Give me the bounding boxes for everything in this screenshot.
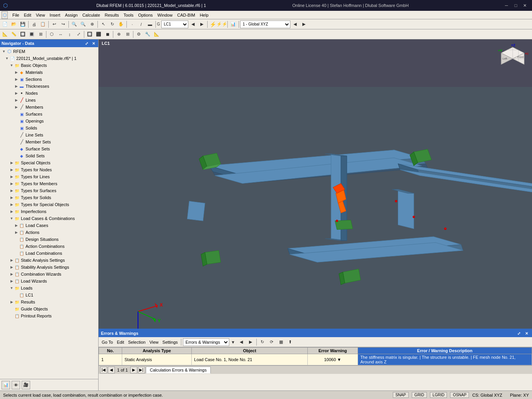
prev-view[interactable]: ◀ xyxy=(291,20,299,29)
error-refresh-btn[interactable]: ↻ xyxy=(258,338,267,346)
error-float-btn[interactable]: ⤢ xyxy=(516,330,522,336)
menu-item-tools[interactable]: Tools xyxy=(121,12,136,18)
tree-stability-analysis[interactable]: ▶ 📋 Stability Analysis Settings xyxy=(0,264,98,271)
tab-nav-prev[interactable]: ◀ xyxy=(108,367,115,373)
edit-label[interactable]: Edit xyxy=(115,339,126,345)
error-next-btn[interactable]: ▶ xyxy=(246,338,255,346)
extra-btn-3[interactable]: 📐 xyxy=(152,30,161,39)
select-button[interactable]: ↖ xyxy=(99,20,107,29)
print-preview[interactable]: 📋 xyxy=(39,20,47,29)
menu-item-insert[interactable]: Insert xyxy=(47,12,63,18)
tree-actions[interactable]: ▶ 📋 Actions xyxy=(0,229,98,236)
grid-button[interactable]: GRID xyxy=(412,392,427,398)
tree-openings[interactable]: ▣ Openings xyxy=(0,118,98,124)
tree-member-sets[interactable]: ╱ Member Sets xyxy=(0,138,98,145)
new-button[interactable]: 📄 xyxy=(1,20,9,29)
toggle-icon[interactable]: ▼ xyxy=(9,63,14,68)
menu-item-options[interactable]: Options xyxy=(136,12,155,18)
node-tool[interactable]: · xyxy=(128,20,136,29)
menu-item-assign[interactable]: Assign xyxy=(63,12,80,18)
nav-close-button[interactable]: ✕ xyxy=(90,40,97,46)
error-export-btn[interactable]: ⬆ xyxy=(286,338,295,346)
display-btn-5[interactable]: ⊞ xyxy=(36,30,45,39)
menu-item-calculate[interactable]: Calculate xyxy=(80,12,102,18)
tree-action-combinations[interactable]: 📋 Action Combinations xyxy=(0,243,98,250)
menu-item-edit[interactable]: Edit xyxy=(22,12,34,18)
grid-btn[interactable]: ⊞ xyxy=(123,30,132,39)
undo-button[interactable]: ↩ xyxy=(50,20,58,29)
extra-btn-2[interactable]: 🔧 xyxy=(143,30,152,39)
tree-types-surfaces[interactable]: ▶ 📁 Types for Surfaces xyxy=(0,187,98,194)
lgrid-button[interactable]: LGRID xyxy=(430,392,447,398)
toggle-icon[interactable]: ▶ xyxy=(9,209,14,214)
maximize-button[interactable]: □ xyxy=(512,2,520,9)
error-type-combo[interactable]: Errors & Warnings xyxy=(183,338,229,346)
toggle-icon[interactable]: ▶ xyxy=(9,300,14,304)
toggle-icon[interactable]: ▶ xyxy=(14,98,19,102)
toggle-icon[interactable]: ▼ xyxy=(5,56,9,61)
tree-load-cases[interactable]: ▶ 📋 Load Cases xyxy=(0,222,98,229)
view-btn-2[interactable]: ↔ xyxy=(56,30,65,39)
toggle-icon[interactable]: ▼ xyxy=(9,286,14,290)
menu-item-view[interactable]: View xyxy=(34,12,48,18)
view-btn-3[interactable]: ↕ xyxy=(65,30,74,39)
nav-display-btn[interactable]: 👁 xyxy=(12,381,20,389)
tree-surfaces[interactable]: ▣ Surfaces xyxy=(0,111,98,118)
menu-item-help[interactable]: Help xyxy=(198,12,211,18)
line-tool[interactable]: / xyxy=(137,20,145,29)
toggle-icon[interactable]: ▶ xyxy=(14,84,19,89)
osnap-button[interactable]: OSNAP xyxy=(450,392,469,398)
cube-navigator[interactable]: +X +Y +Z Front Left xyxy=(497,43,528,74)
render-btn-3[interactable]: ◼ xyxy=(103,30,112,39)
tree-load-combinations[interactable]: 📋 Load Combinations xyxy=(0,250,98,257)
calculate-all[interactable]: ⚡⚡ xyxy=(218,20,226,29)
tree-root-rfem[interactable]: ▼ ⬡ RFEM xyxy=(0,48,98,55)
toggle-icon[interactable]: ▶ xyxy=(14,223,19,228)
tree-sections[interactable]: ▶ ▣ Sections xyxy=(0,76,98,83)
settings-label[interactable]: Settings xyxy=(161,339,179,345)
member-tool[interactable]: ▬ xyxy=(146,20,154,29)
display-btn-4[interactable]: 🔳 xyxy=(27,30,36,39)
next-view[interactable]: ▶ xyxy=(300,20,308,29)
toggle-icon[interactable]: ▶ xyxy=(14,105,19,109)
toggle-icon[interactable]: ▼ xyxy=(9,216,14,221)
nav-float-button[interactable]: ⤢ xyxy=(84,40,90,46)
selection-label[interactable]: Selection xyxy=(126,339,147,345)
tree-types-lines[interactable]: ▶ 📁 Types for Lines xyxy=(0,173,98,180)
zoom-all[interactable]: ⊕ xyxy=(88,20,96,29)
display-btn-1[interactable]: 📐 xyxy=(1,30,9,39)
toggle-icon[interactable]: ▶ xyxy=(9,188,14,193)
snap-button[interactable]: SNAP xyxy=(393,392,409,398)
toggle-icon[interactable]: ▼ xyxy=(2,49,6,54)
tree-members[interactable]: ▶ ╱ Members xyxy=(0,104,98,111)
toggle-icon[interactable]: ▶ xyxy=(9,272,14,276)
tree-design-situations[interactable]: 📋 Design Situations xyxy=(0,236,98,243)
tree-materials[interactable]: ▶ ◆ Materials xyxy=(0,69,98,76)
toggle-icon[interactable]: ▶ xyxy=(9,167,14,172)
tree-solids[interactable]: ▣ Solids xyxy=(0,124,98,131)
toggle-icon[interactable]: ▶ xyxy=(9,195,14,200)
prev-lc[interactable]: ◀ xyxy=(189,20,197,29)
view-btn-1[interactable]: ⬡ xyxy=(48,30,56,39)
tree-types-nodes[interactable]: ▶ 📁 Types for Nodes xyxy=(0,166,98,173)
toggle-icon[interactable]: ▶ xyxy=(9,202,14,207)
tree-file[interactable]: ▼ 📄 220121_Model_unstable.rf6* | 1 xyxy=(0,55,98,62)
save-button[interactable]: 💾 xyxy=(19,20,27,29)
redo-button[interactable]: ↪ xyxy=(59,20,67,29)
toggle-icon[interactable]: ▶ xyxy=(9,279,14,283)
error-table-btn[interactable]: ▦ xyxy=(277,338,285,346)
next-lc[interactable]: ▶ xyxy=(198,20,206,29)
minimize-button[interactable]: ─ xyxy=(503,2,510,9)
toggle-icon[interactable]: ▶ xyxy=(9,265,14,269)
tree-lc1[interactable]: 📋 LC1 xyxy=(0,292,98,298)
tree-special-objects[interactable]: ▶ 📁 Special Objects xyxy=(0,159,98,166)
tree-loads[interactable]: ▼ 📁 Loads xyxy=(0,285,98,292)
error-close-btn[interactable]: ✕ xyxy=(523,330,530,336)
display-btn-3[interactable]: 🔲 xyxy=(19,30,27,39)
tree-basic-objects[interactable]: ▼ 📁 Basic Objects xyxy=(0,62,98,69)
render-btn-1[interactable]: 🔲 xyxy=(85,30,94,39)
toggle-icon[interactable]: ▶ xyxy=(9,174,14,179)
goto-label[interactable]: Go To xyxy=(100,339,114,345)
render-btn-2[interactable]: ⬛ xyxy=(94,30,103,39)
view-label[interactable]: View xyxy=(148,339,160,345)
